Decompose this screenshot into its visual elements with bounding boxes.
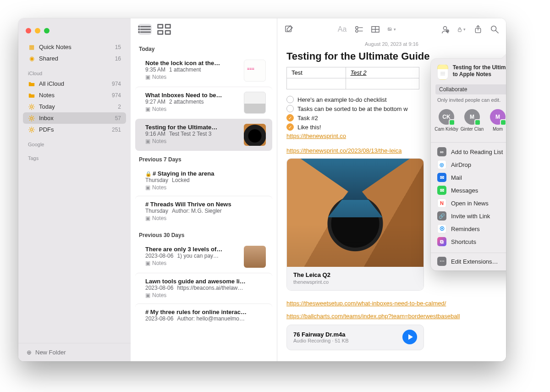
share-mode-label: Collaborate — [439, 86, 467, 93]
folder-icon — [28, 93, 35, 98]
close-window-button[interactable] — [26, 28, 31, 33]
note-list-item[interactable]: # Threads Will Thrive on News ThursdayAu… — [135, 196, 272, 226]
audio-attachment[interactable]: 76 Fairway Dr.m4a Audio Recording · 51 K… — [286, 325, 424, 350]
share-person[interactable]: CKCam Kirkby — [434, 109, 459, 137]
note-list-item[interactable]: Lawn tools guide and awesome li… 2023-08… — [135, 273, 272, 304]
sidebar-item[interactable]: PDFs 251 — [23, 124, 126, 135]
sidebar-item-count: 15 — [115, 44, 121, 50]
note-item-meta: Author: hello@manuelmo… — [177, 315, 245, 322]
note-list-item[interactable]: # My three rules for online interac… 202… — [135, 304, 272, 327]
share-person[interactable]: MMom — [485, 109, 506, 137]
note-item-title: Note the lock icon at the… — [145, 60, 239, 66]
sidebar-quick-notes[interactable]: ▦ Quick Notes 15 — [23, 41, 126, 53]
body-link[interactable]: https://ballcharts.com/teams/index.php?t… — [286, 313, 460, 320]
sidebar-section-header[interactable]: Tags — [23, 149, 126, 163]
checkbox[interactable]: ✓ — [286, 114, 294, 121]
share-target[interactable]: NOpen in News — [431, 197, 506, 210]
plus-icon: ⊕ — [27, 349, 32, 356]
share-target[interactable]: ⦿Reminders — [431, 222, 506, 235]
body-link[interactable]: https://thenewsprint.co — [286, 133, 346, 139]
audio-meta: Audio Recording · 51 KB — [293, 338, 348, 343]
grid-view-button[interactable] — [157, 24, 171, 35]
share-target[interactable]: ✉Mail — [431, 171, 506, 184]
sidebar: ▦ Quick Notes 15 ◉ Shared 16 iCloud All … — [18, 18, 131, 361]
sidebar-section-header[interactable]: Google — [23, 135, 126, 149]
sidebar-item-count: 57 — [115, 115, 121, 121]
body-link[interactable]: https://thenewsprint.co/2023/08/13/the-l… — [286, 147, 402, 154]
sidebar-item[interactable]: Inbox 57 — [23, 112, 126, 124]
share-person[interactable]: MGinter Clan — [460, 109, 484, 137]
new-folder-button[interactable]: ⊕ New Folder — [18, 343, 131, 361]
note-list-item[interactable]: There are only 3 levels of… 2023-08-061)… — [135, 241, 272, 273]
media-button[interactable]: ▾ — [388, 25, 396, 33]
table-button[interactable] — [371, 25, 380, 33]
sidebar-item[interactable]: Today 2 — [23, 101, 126, 112]
sidebar-section-header[interactable]: iCloud — [23, 64, 126, 78]
permission-text: Only invited people can edit. — [437, 97, 500, 103]
checkbox[interactable] — [286, 96, 294, 103]
sidebar-item-label: Today — [39, 103, 114, 110]
preview-image — [287, 159, 424, 267]
folder-icon — [28, 127, 35, 133]
note-list-item[interactable]: Note the lock icon at the… 9:35 AM1 atta… — [135, 55, 272, 87]
note-table[interactable]: TestTest 2 — [286, 67, 419, 89]
table-cell[interactable]: Test — [287, 67, 346, 78]
note-item-meta: Test Test 2 Test 3 — [169, 131, 211, 137]
link-preview-card[interactable]: The Leica Q2 thenewsprint.co — [286, 158, 424, 291]
compose-button[interactable] — [285, 25, 293, 33]
share-target[interactable]: ⧉Shortcuts — [431, 235, 506, 248]
share-target[interactable]: ∞Add to Reading List — [431, 145, 506, 158]
sidebar-item[interactable]: All iCloud 974 — [23, 78, 126, 89]
format-button[interactable]: Aa — [338, 25, 346, 33]
table-cell[interactable] — [346, 78, 419, 89]
note-item-time: Thursday — [145, 208, 168, 214]
lock-button[interactable]: ▾ — [457, 25, 466, 33]
checkbox[interactable] — [286, 105, 294, 112]
sidebar-item-label: All iCloud — [39, 80, 108, 87]
app-icon: N — [437, 199, 446, 208]
folder-icon: ▣ — [145, 74, 150, 80]
note-folder-label: Notes — [152, 215, 166, 221]
avatar: CK — [439, 109, 454, 125]
note-list-item[interactable]: Testing for the Ultimate… 9:16 AMTest Te… — [135, 119, 272, 151]
checklist-button[interactable] — [355, 25, 363, 33]
window-controls — [26, 28, 50, 33]
play-button[interactable] — [402, 330, 417, 344]
note-item-meta: Locked — [172, 177, 190, 183]
note-list-item[interactable]: 🔒# Staying in the arena ThursdayLocked ▣… — [135, 166, 272, 196]
collaborate-button[interactable] — [441, 25, 449, 33]
note-item-title: # Threads Will Thrive on News — [145, 201, 266, 208]
svg-point-24 — [389, 28, 389, 29]
note-list-item[interactable]: What Inboxes Need to be… 9:27 AM2 attach… — [135, 87, 272, 119]
table-cell[interactable] — [287, 78, 346, 89]
note-item-title: There are only 3 levels of… — [145, 246, 239, 253]
app-icon: ∞ — [437, 147, 446, 156]
share-permissions-row[interactable]: Only invited people can edit. › — [431, 94, 506, 107]
note-thumbnail — [244, 124, 266, 146]
checkbox[interactable]: ✓ — [286, 123, 294, 131]
search-button[interactable] — [490, 25, 499, 33]
fullscreen-window-button[interactable] — [44, 28, 50, 33]
sidebar-item-count: 974 — [112, 81, 121, 87]
share-target[interactable]: ✉Messages — [431, 184, 506, 197]
folder-icon — [28, 81, 35, 86]
share-mode-select[interactable]: Collaborate — [435, 84, 506, 94]
svg-point-32 — [491, 26, 496, 31]
note-item-meta: 1) you can pay… — [177, 253, 219, 259]
sidebar-item-count: 251 — [112, 127, 121, 133]
list-section-header: Today — [131, 40, 277, 55]
share-button[interactable] — [474, 25, 482, 33]
sidebar-shared[interactable]: ◉ Shared 16 — [23, 53, 126, 64]
app-icon: 🔗 — [437, 211, 446, 221]
share-target[interactable]: 🔗Invite with Link — [431, 210, 506, 222]
list-view-button[interactable] — [138, 24, 152, 35]
body-link[interactable]: https://thesweetsetup.com/what-inboxes-n… — [286, 300, 446, 307]
list-section-header: Previous 7 Days — [131, 151, 277, 166]
edit-extensions-button[interactable]: ⋯ Edit Extensions… — [431, 255, 506, 268]
share-target[interactable]: ◎AirDrop — [431, 158, 506, 171]
sidebar-item[interactable]: Notes 974 — [23, 89, 126, 101]
note-folder-label: Notes — [152, 292, 166, 298]
table-cell[interactable]: Test 2 — [346, 67, 419, 78]
minimize-window-button[interactable] — [35, 28, 40, 33]
person-name: Cam Kirkby — [434, 127, 458, 132]
